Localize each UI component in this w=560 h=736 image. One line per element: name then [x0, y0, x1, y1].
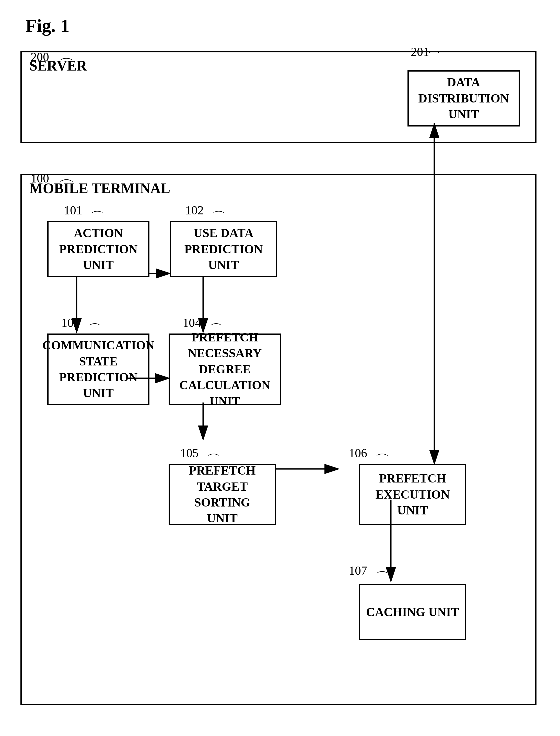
- use-data-prediction-unit-box: USE DATAPREDICTION UNIT: [170, 221, 277, 277]
- ref-107: 107: [349, 564, 367, 578]
- data-distribution-unit-label: DATA DISTRIBUTIONUNIT: [409, 74, 519, 122]
- ref-106: 106: [349, 446, 367, 460]
- prefetch-execution-unit-label: PREFETCHEXECUTION UNIT: [360, 471, 465, 518]
- figure-title: Fig. 1: [26, 15, 69, 37]
- ref-104: 104: [183, 315, 201, 330]
- mobile-terminal-label: MOBILE TERMINAL: [29, 180, 170, 196]
- bracket-201: ⌒: [427, 49, 441, 66]
- prefetch-target-sorting-unit-label: PREFETCHTARGET SORTINGUNIT: [170, 463, 275, 527]
- ref-103: 103: [61, 315, 80, 330]
- ref-201: 201: [411, 45, 429, 59]
- ref-101: 101: [64, 203, 82, 217]
- ref-102: 102: [185, 203, 204, 217]
- ref-105: 105: [180, 446, 199, 460]
- prefetch-execution-unit-box: PREFETCHEXECUTION UNIT: [359, 464, 466, 525]
- server-label: SERVER: [29, 57, 87, 74]
- mobile-terminal-container: MOBILE TERMINAL 101 ⌒ ACTION PREDICTIONU…: [20, 174, 536, 705]
- use-data-prediction-unit-label: USE DATAPREDICTION UNIT: [171, 225, 276, 273]
- prefetch-necessary-degree-calculation-unit-box: PREFETCHNECESSARY DEGREECALCULATION UNIT: [169, 333, 281, 405]
- data-distribution-unit-box: DATA DISTRIBUTIONUNIT: [407, 70, 520, 126]
- communication-state-prediction-unit-box: COMMUNICATIONSTATE PREDICTIONUNIT: [47, 333, 149, 405]
- caching-unit-box: CACHING UNIT: [359, 584, 466, 640]
- prefetch-necessary-degree-calculation-unit-label: PREFETCHNECESSARY DEGREECALCULATION UNIT: [170, 329, 280, 409]
- prefetch-target-sorting-unit-box: PREFETCHTARGET SORTINGUNIT: [169, 464, 276, 525]
- caching-unit-label: CACHING UNIT: [366, 604, 459, 620]
- communication-state-prediction-unit-label: COMMUNICATIONSTATE PREDICTIONUNIT: [42, 337, 154, 401]
- page: Fig. 1 200 ⌒ SERVER 201 ⌒ DATA DISTRIBUT…: [0, 0, 560, 736]
- action-prediction-unit-box: ACTION PREDICTIONUNIT: [47, 221, 149, 277]
- server-container: SERVER 201 ⌒ DATA DISTRIBUTIONUNIT: [20, 51, 536, 143]
- action-prediction-unit-label: ACTION PREDICTIONUNIT: [49, 225, 148, 273]
